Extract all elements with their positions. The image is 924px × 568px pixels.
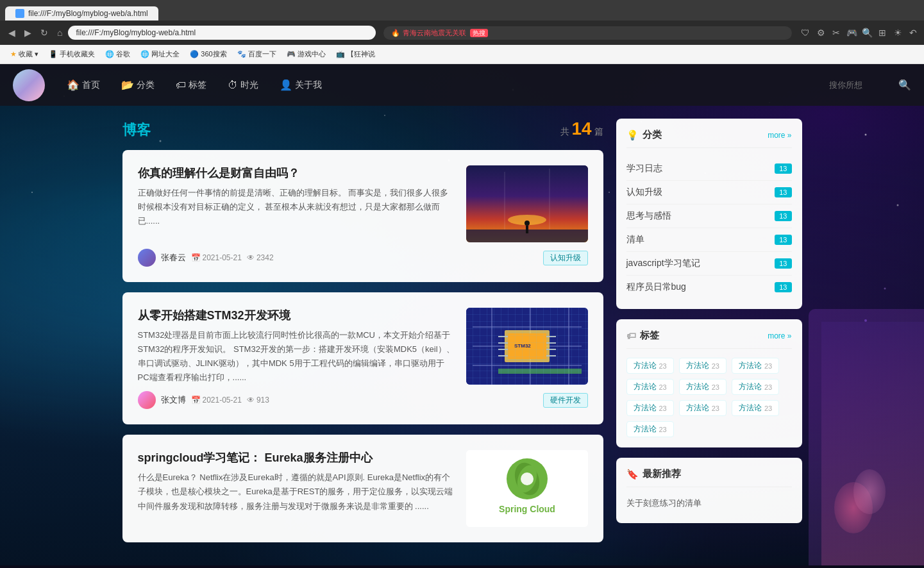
about-nav-icon: 👤 — [280, 79, 292, 91]
eye-icon: 👁 — [247, 396, 255, 405]
article-title[interactable]: 你真的理解什么是财富自由吗？ — [138, 165, 456, 181]
article-date: 📅 2021-05-21 — [191, 253, 242, 262]
category-item[interactable]: javascript学习笔记 13 — [626, 252, 792, 276]
calendar-icon: 📅 — [191, 396, 201, 405]
tab-favicon — [15, 9, 24, 18]
content-area: 博客 共 14 篇 你真的理解什么是财富自由吗？ 正确做好任何一件事情的前提是清… — [122, 119, 603, 553]
browser-icons: 🛡 ⚙ ✂ 🎮 🔍 ⊞ ☀ ↶ — [800, 27, 919, 38]
svg-rect-31 — [505, 330, 550, 362]
category-item[interactable]: 程序员日常bug 13 — [626, 276, 792, 299]
sidebar-categories-title: 💡 分类 — [626, 129, 662, 141]
forward-button[interactable]: ▶ — [21, 26, 35, 39]
category-count: 13 — [775, 235, 791, 245]
article-tag[interactable]: 硬件开发 — [543, 393, 588, 408]
tag-item[interactable]: 方法论 23 — [679, 358, 727, 374]
search-btn-icon[interactable]: 🔍 — [861, 27, 873, 38]
nav-timeline[interactable]: ⏱ 时光 — [219, 74, 267, 96]
nav-category[interactable]: 📂 分类 — [112, 74, 164, 96]
category-item[interactable]: 认知升级 13 — [626, 181, 792, 205]
category-count: 13 — [775, 211, 791, 221]
category-item[interactable]: 清单 13 — [626, 228, 792, 252]
tag-item[interactable]: 方法论 23 — [626, 379, 674, 395]
address-bar[interactable]: file:///F:/myBlog/myblog-web/a.html — [68, 26, 376, 40]
tag-item[interactable]: 方法论 23 — [626, 400, 674, 416]
bookmark-google[interactable]: 🌐 谷歌 — [101, 48, 134, 60]
svg-point-7 — [865, 134, 867, 136]
svg-rect-32 — [508, 333, 546, 359]
bookmark-mobile[interactable]: 📱 手机收藏夹 — [45, 48, 99, 60]
tab-label: file:///F:/myBlog/myblog-web/a.html — [28, 9, 148, 18]
extensions-icon[interactable]: ⚙ — [815, 27, 827, 38]
tag-item[interactable]: 方法论 23 — [732, 400, 779, 416]
article-meta: 张文博 📅 2021-05-21 👁 913 硬件开发 — [138, 391, 588, 409]
sidebar: 💡 分类 more » 学习日志 13 认知升级 13 思考与感悟 — [616, 119, 802, 553]
brightness-icon[interactable]: ☀ — [892, 27, 903, 38]
article-author: 张文博 📅 2021-05-21 👁 913 — [138, 391, 269, 409]
bookmark-game[interactable]: 🎮 游戏中心 — [283, 48, 330, 60]
grid-icon[interactable]: ⊞ — [877, 27, 888, 38]
sunset-svg — [466, 165, 588, 242]
svg-rect-22 — [526, 226, 528, 233]
svg-point-13 — [897, 205, 899, 206]
nav-search-input[interactable] — [829, 80, 893, 90]
content-count: 共 14 篇 — [560, 119, 603, 139]
article-date: 📅 2021-05-21 — [191, 396, 242, 405]
shield-icon[interactable]: 🛡 — [800, 27, 811, 38]
browser-tab[interactable]: file:///F:/myBlog/myblog-web/a.html — [5, 6, 158, 21]
nav-home[interactable]: 🏠 首页 — [58, 74, 109, 96]
svg-point-21 — [525, 221, 530, 226]
article-thumbnail: Spring Cloud — [466, 450, 588, 527]
sidebar-categories-card: 💡 分类 more » 学习日志 13 认知升级 13 思考与感悟 — [616, 119, 802, 309]
nav-logo[interactable] — [13, 69, 45, 101]
nav-tags[interactable]: 🏷 标签 — [167, 74, 215, 96]
bookmark-360[interactable]: 🔵 360搜索 — [186, 48, 230, 60]
nav-links: 🏠 首页 📂 分类 🏷 标签 ⏱ 时光 👤 关于我 — [58, 74, 331, 96]
article-thumbnail — [466, 165, 588, 242]
bookmark-star[interactable]: ★ 收藏 ▾ — [6, 48, 42, 60]
browser-search-bar[interactable]: 🔥 青海云南地震无关联 热搜 — [383, 26, 792, 40]
svg-rect-42 — [498, 369, 582, 374]
category-name: javascript学习笔记 — [626, 258, 700, 269]
svg-point-8 — [31, 192, 33, 193]
gamepad-icon[interactable]: 🎮 — [846, 27, 857, 38]
bookmark-icon: 🔖 — [626, 469, 639, 480]
category-item[interactable]: 思考与感悟 13 — [626, 205, 792, 228]
tags-container: 方法论 23 方法论 23 方法论 23 方法论 23 — [626, 358, 792, 437]
tag-item[interactable]: 方法论 23 — [679, 400, 727, 416]
tag-item[interactable]: 方法论 23 — [732, 379, 779, 395]
bookmark-wangzhi[interactable]: 🌐 网址大全 — [137, 48, 183, 60]
content-header: 博客 共 14 篇 — [122, 119, 603, 140]
author-name: 张文博 — [161, 394, 186, 406]
hot-badge: 热搜 — [470, 29, 488, 37]
tag-item[interactable]: 方法论 23 — [732, 358, 779, 374]
reload-button[interactable]: ↻ — [37, 26, 51, 39]
nav-search-icon[interactable]: 🔍 — [898, 79, 911, 91]
category-name: 学习日志 — [626, 163, 662, 174]
svg-rect-23 — [466, 308, 588, 385]
article-author: 张春云 📅 2021-05-21 👁 2342 — [138, 249, 274, 267]
tag-item[interactable]: 方法论 23 — [626, 421, 674, 437]
svg-rect-24 — [466, 308, 588, 385]
categories-list: 学习日志 13 认知升级 13 思考与感悟 13 清单 13 — [626, 157, 792, 299]
bookmark-kuangshen[interactable]: 📺 【狂神说 — [332, 48, 379, 60]
categories-more-link[interactable]: more » — [768, 131, 791, 140]
article-tag[interactable]: 认知升级 — [543, 251, 588, 265]
home-button[interactable]: ⌂ — [54, 26, 65, 39]
tag-item[interactable]: 方法论 23 — [626, 358, 674, 374]
article-title[interactable]: 从零开始搭建STM32开发环境 — [138, 308, 456, 323]
recent-item[interactable]: 关于刻意练习的清单 — [626, 494, 792, 513]
tag-item[interactable]: 方法论 23 — [679, 379, 727, 395]
article-card: 你真的理解什么是财富自由吗？ 正确做好任何一件事情的前提是清晰、正确的理解目标。… — [122, 150, 603, 282]
tags-more-link[interactable]: more » — [768, 331, 791, 340]
article-title[interactable]: springcloud学习笔记： Eureka服务注册中心 — [138, 450, 456, 465]
scissors-icon[interactable]: ✂ — [830, 27, 842, 38]
nav-about[interactable]: 👤 关于我 — [271, 74, 331, 96]
circuit-svg: STM32 — [466, 308, 588, 385]
history-icon[interactable]: ↶ — [907, 27, 919, 38]
category-item[interactable]: 学习日志 13 — [626, 157, 792, 181]
bookmark-baidu[interactable]: 🐾 百度一下 — [233, 48, 280, 60]
article-top: springcloud学习笔记： Eureka服务注册中心 什么是Eureka？… — [138, 450, 588, 527]
eye-icon: 👁 — [247, 253, 255, 262]
article-card: 从零开始搭建STM32开发环境 STM32处理器是目前市面上比较流行同时性价比很… — [122, 292, 603, 424]
back-button[interactable]: ◀ — [5, 26, 19, 39]
